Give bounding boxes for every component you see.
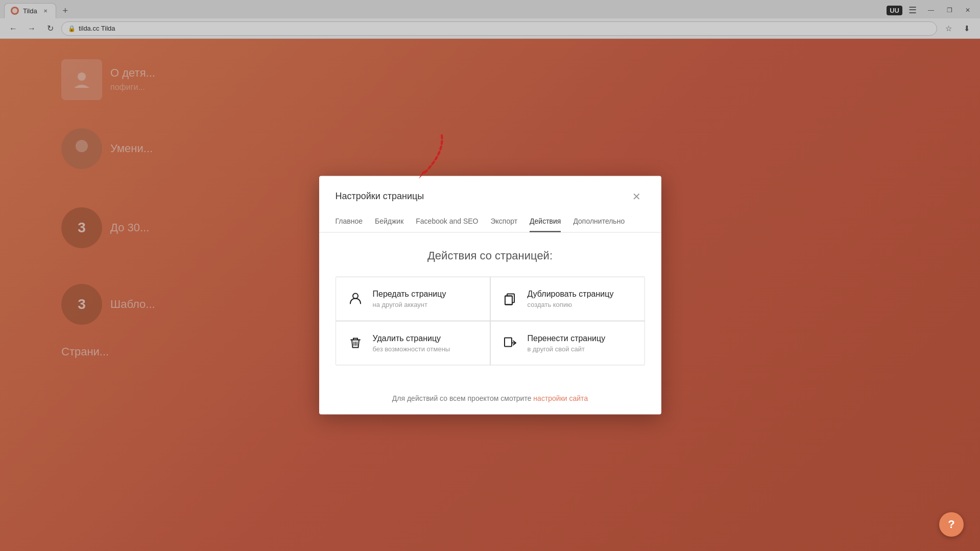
transfer-subtitle: на другой аккаунт bbox=[373, 300, 446, 308]
modal-tabs: Главное Бейджик Facebook and SEO Экспорт… bbox=[319, 204, 661, 232]
transfer-page-action[interactable]: Передать страницу на другой аккаунт bbox=[336, 277, 490, 320]
tab-main[interactable]: Главное bbox=[336, 212, 363, 232]
duplicate-subtitle: создать копию bbox=[528, 300, 614, 308]
modal-title: Настройки страницы bbox=[336, 191, 424, 202]
tab-badge[interactable]: Бейджик bbox=[375, 212, 403, 232]
tab-fb-seo[interactable]: Facebook and SEO bbox=[416, 212, 478, 232]
modal-header: Настройки страницы ✕ bbox=[319, 176, 661, 204]
move-subtitle: в другой свой сайт bbox=[528, 345, 606, 352]
help-button[interactable]: ? bbox=[939, 512, 964, 537]
tab-export[interactable]: Экспорт bbox=[490, 212, 517, 232]
tab-extra[interactable]: Дополнительно bbox=[573, 212, 625, 232]
duplicate-page-action[interactable]: Дублировать страницу создать копию bbox=[491, 277, 644, 320]
move-title: Перенести страницу bbox=[528, 333, 606, 343]
trash-icon bbox=[346, 333, 365, 352]
modal-body: Действия со страницей: Передать страницу… bbox=[319, 232, 661, 381]
site-settings-link[interactable]: настройки сайта bbox=[533, 394, 588, 402]
move-icon bbox=[501, 333, 519, 352]
delete-title: Удалить страницу bbox=[373, 333, 450, 343]
delete-subtitle: без возможности отмены bbox=[373, 345, 450, 352]
transfer-title: Передать страницу bbox=[373, 289, 446, 298]
person-icon bbox=[346, 289, 365, 307]
duplicate-title: Дублировать страницу bbox=[528, 289, 614, 298]
action-grid: Передать страницу на другой аккаунт Дубл… bbox=[336, 276, 645, 365]
section-title: Действия со страницей: bbox=[336, 249, 645, 262]
footer-text: Для действий со всем проектом смотрите bbox=[392, 394, 534, 402]
delete-page-action[interactable]: Удалить страницу без возможности отмены bbox=[336, 321, 490, 365]
move-page-action[interactable]: Перенести страницу в другой свой сайт bbox=[491, 321, 644, 365]
svg-rect-6 bbox=[505, 296, 512, 304]
page-settings-modal: Настройки страницы ✕ Главное Бейджик Fac… bbox=[319, 176, 661, 414]
svg-point-4 bbox=[353, 293, 358, 298]
modal-footer: Для действий со всем проектом смотрите н… bbox=[319, 381, 661, 414]
tab-actions[interactable]: Действия bbox=[530, 212, 561, 232]
svg-rect-8 bbox=[505, 338, 512, 346]
copy-icon bbox=[501, 289, 519, 307]
modal-close-button[interactable]: ✕ bbox=[629, 188, 645, 204]
